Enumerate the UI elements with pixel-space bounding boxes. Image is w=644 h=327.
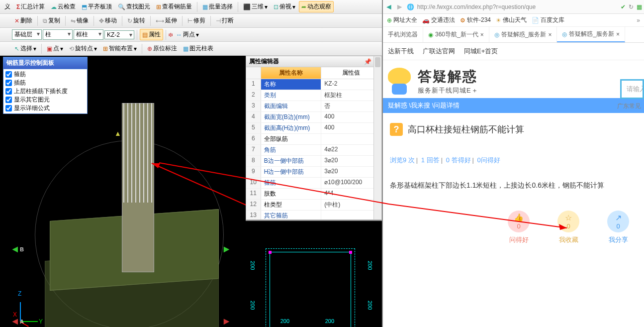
property-row[interactable]: 3截面编辑否	[246, 101, 381, 112]
selector-toolbar: 基础层 柱 框柱 KZ-2 ▤ 属性 ፨ ↔ 两点 ▾	[0, 28, 382, 42]
trim-btn[interactable]: ⊢ 修剪	[185, 15, 208, 26]
subnav-link[interactable]: 同城E+首页	[464, 47, 498, 56]
subnav-link[interactable]: 广联达官网	[423, 47, 455, 56]
back-icon[interactable]: ◄	[385, 2, 393, 11]
checkbox-row[interactable]: 箍筋	[4, 70, 86, 79]
tab-360[interactable]: ◉360导航_新一代×	[423, 27, 489, 42]
origin-btn[interactable]: ⊕ 原位标注	[145, 43, 180, 54]
select-btn[interactable]: ↖ 选择 ▾	[12, 43, 39, 54]
id-dropdown[interactable]: KZ-2	[104, 30, 134, 39]
address-bar[interactable]: ◄ ► 🌐 http://e.fwxgx.com/index.php?r=que…	[383, 0, 644, 14]
checkbox-label: 显示其它图元	[14, 96, 50, 104]
tab-bar: 手机浏览器 ◉360导航_新一代× ◎答疑解惑_服务新× ◎答疑解惑_服务新×	[383, 27, 644, 43]
bookmark-item[interactable]: ⊕网址大全	[387, 16, 417, 24]
property-row[interactable]: 2类别框架柱	[246, 90, 381, 101]
section-view[interactable]: 200 200 200 200 200 200	[246, 220, 382, 327]
cloud-check-btn[interactable]: ☁ 云检查	[48, 1, 78, 12]
menu-icon[interactable]: ▦	[637, 3, 642, 10]
extend-btn[interactable]: ⟷ 延伸	[153, 15, 180, 26]
checkbox[interactable]	[5, 71, 12, 78]
checkbox[interactable]	[5, 80, 12, 86]
property-row[interactable]: 8B边一侧中部筋3⌀20	[246, 156, 381, 167]
move-btn[interactable]: ✥ 移动	[96, 15, 119, 26]
property-row[interactable]: 1名称KZ-2	[246, 79, 381, 90]
more-icon[interactable]: »	[637, 17, 640, 24]
property-row[interactable]: 7角筋4⌀22	[246, 145, 381, 156]
brand-title: 答疑解惑	[418, 67, 478, 86]
question-title: 高口杯柱接短柱钢筋不能计算	[408, 123, 524, 135]
dyn-view-btn[interactable]: ➦ 动态观察	[299, 1, 334, 12]
bookmark-item[interactable]: 🚗交通违法	[422, 16, 455, 24]
question-meta: 浏览9 次| 1 回答| 0 答得好| 0问得好	[390, 156, 639, 165]
property-row[interactable]: 9H边一侧中部筋3⌀20	[246, 167, 381, 178]
forward-icon[interactable]: ►	[396, 2, 404, 11]
property-btn[interactable]: ▤ 属性	[140, 29, 163, 40]
type-dropdown[interactable]: 柱	[43, 29, 73, 40]
checkbox-label: 插筋	[14, 79, 26, 87]
bookmark-item[interactable]: 📄百度文库	[532, 16, 564, 24]
globe-icon: 🌐	[407, 3, 414, 10]
property-row[interactable]: 10箍筋⌀10@100/200	[246, 178, 381, 189]
ortho-btn[interactable]: ⊡ 俯视 ▾	[271, 1, 298, 12]
floor-dropdown[interactable]: 基础层	[12, 29, 42, 40]
view-rebar-btn[interactable]: ⊞ 查看钢筋量	[154, 1, 194, 12]
property-row[interactable]: 12柱类型(中柱)	[246, 200, 381, 211]
url-text: http://e.fwxgx.com/index.php?r=question/…	[417, 3, 618, 10]
rotate-btn[interactable]: ↻ 旋转	[125, 15, 148, 26]
pin-icon[interactable]: 📌	[364, 58, 371, 65]
scrollbar[interactable]	[373, 56, 381, 219]
property-row[interactable]: 11肢数4*4	[246, 189, 381, 200]
checkbox-label: 显示详细公式	[14, 104, 50, 112]
two-point-btn[interactable]: ↔ 两点 ▾	[174, 29, 201, 40]
property-row[interactable]: 13其它箍筋	[246, 211, 381, 219]
delete-btn[interactable]: ✕ 删除	[12, 15, 35, 26]
property-row[interactable]: 4截面宽(B边)(mm)400	[246, 112, 381, 123]
subnav-link[interactable]: 达新干线	[388, 47, 414, 56]
draw-toolbar: ↖ 选择 ▾ ▣ 点 ▾ ⟲ 旋转点 ▾ ⊞ 智能布置 ▾ ⊕ 原位标注 ▦ 图…	[0, 42, 382, 56]
mirror-btn[interactable]: ⇋ 镜像	[68, 15, 91, 26]
def-btn[interactable]: 义	[2, 1, 13, 12]
3d-viewport[interactable]: Z Y X ▲ ◀ B ▶ ◀ A ▶ 钢筋显示控制面板 箍筋插筋上层柱插筋下插…	[0, 56, 246, 327]
tab-dayi-1[interactable]: ◎答疑解惑_服务新×	[489, 27, 557, 42]
point-btn[interactable]: ▣ 点 ▾	[44, 43, 66, 54]
property-row[interactable]: 6全部纵筋	[246, 134, 381, 145]
batch-btn[interactable]: ▦ 批量选择	[200, 1, 235, 12]
search-input[interactable]: 请输入提	[620, 79, 644, 99]
smart-btn[interactable]: ⊞ 智能布置 ▾	[100, 43, 139, 54]
panel-title: 钢筋显示控制面板	[3, 57, 87, 69]
tab-mobile[interactable]: 手机浏览器	[383, 27, 423, 42]
main-toolbar-1: 义 Σ 汇总计算 ☁ 云检查 ⬒ 平齐板顶 🔍 查找图元 ⊞ 查看钢筋量 ▦ 批…	[0, 0, 382, 14]
action-fav[interactable]: ☆0 我收藏	[557, 211, 579, 244]
view3d-btn[interactable]: ⬛ 三维 ▾	[241, 1, 270, 12]
checkbox-row[interactable]: 显示其它图元	[4, 96, 86, 104]
checkbox[interactable]	[5, 105, 12, 111]
checkbox-row[interactable]: 显示详细公式	[4, 104, 86, 112]
region-link[interactable]: 广东常见	[617, 102, 641, 110]
action-good[interactable]: 👍0 问得好	[508, 211, 530, 244]
subtype-dropdown[interactable]: 框柱	[74, 29, 103, 40]
align-btn[interactable]: ⬒ 平齐板顶	[79, 1, 114, 12]
checkbox[interactable]	[5, 97, 12, 103]
refresh-icon[interactable]: ↻	[629, 3, 634, 10]
bookmark-item[interactable]: ⚙软件-234	[460, 16, 491, 24]
break-btn[interactable]: ⊣ 打断	[213, 15, 236, 26]
subnav: 达新干线 广联达官网 同城E+首页	[383, 43, 644, 60]
sum-btn[interactable]: Σ 汇总计算	[14, 1, 47, 12]
rot-point-btn[interactable]: ⟲ 旋转点 ▾	[67, 43, 99, 54]
checkbox-row[interactable]: 上层柱插筋下插长度	[4, 87, 86, 96]
action-share[interactable]: ↗0 我分享	[607, 211, 629, 244]
tab-dayi-2[interactable]: ◎答疑解惑_服务新×	[557, 27, 625, 42]
edit-toolbar: ✕ 删除 ⧉ 复制 ⇋ 镜像 ✥ 移动 ↻ 旋转 ⟷ 延伸 ⊢ 修剪 ⊣ 打断	[0, 14, 382, 28]
bookmark-item[interactable]: ☀佛山天气	[496, 16, 527, 24]
rebar-display-panel[interactable]: 钢筋显示控制面板 箍筋插筋上层柱插筋下插长度显示其它图元显示详细公式	[3, 57, 88, 114]
checkbox-label: 箍筋	[14, 70, 26, 79]
col-table-btn[interactable]: ▦ 图元柱表	[181, 43, 216, 54]
checkbox-row[interactable]: 插筋	[4, 79, 86, 87]
col-header-name: 属性名称	[261, 67, 321, 79]
checkbox[interactable]	[5, 88, 12, 95]
breadcrumb: 疑解惑 \我来搜 \问题详情	[383, 98, 644, 113]
question-body: 条形基础框架柱下部边长1.1米短柱，上接边长0.6米柱，钢筋不能计算	[390, 180, 639, 191]
property-row[interactable]: 5截面高(H边)(mm)400	[246, 123, 381, 134]
copy-btn[interactable]: ⧉ 复制	[40, 15, 63, 26]
find-elem-btn[interactable]: 🔍 查找图元	[115, 1, 153, 12]
